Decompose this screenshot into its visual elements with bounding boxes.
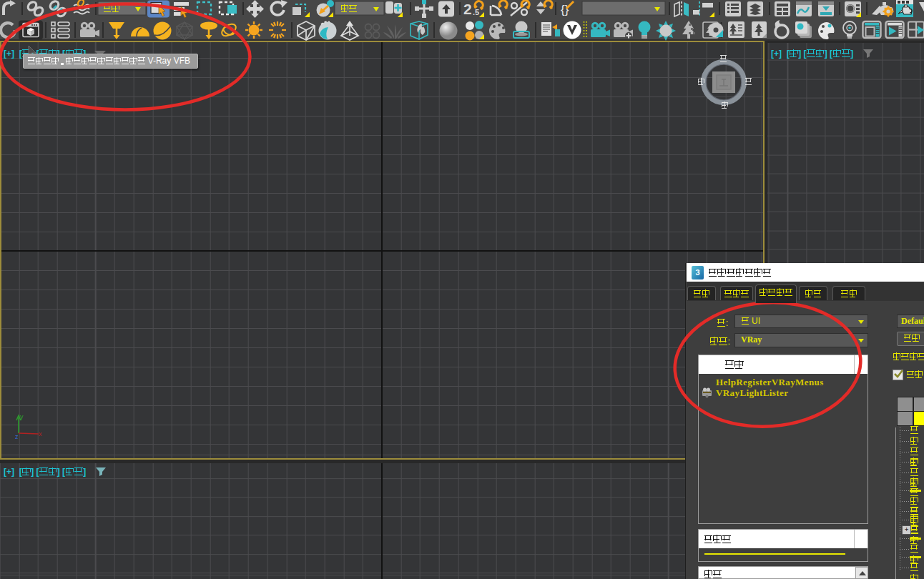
svg-text:z: z (15, 433, 19, 440)
svg-text:3: 3 (695, 268, 699, 277)
svg-text:x: x (39, 430, 42, 437)
svg-text:{}: {} (561, 3, 569, 16)
svg-text:.5: .5 (473, 8, 479, 16)
svg-text:2: 2 (463, 1, 472, 17)
svg-text:y: y (20, 413, 24, 420)
